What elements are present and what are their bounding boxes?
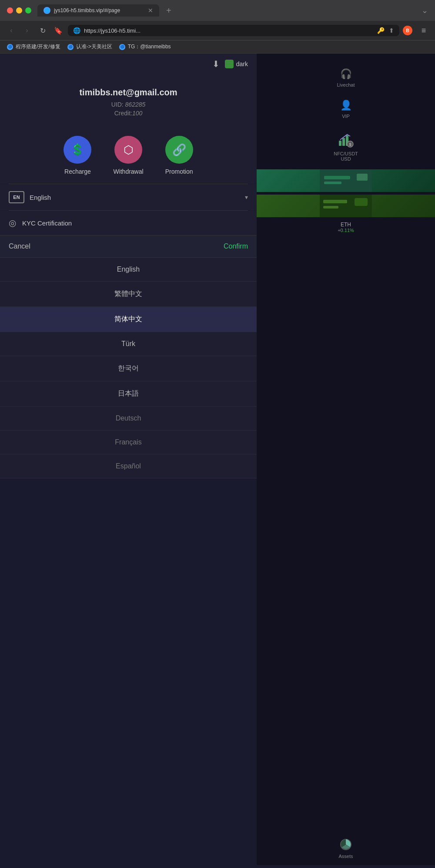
credit-label: Credit:: [114, 110, 132, 117]
browser-tab[interactable]: 🌐 jys106-h5.timibbs.vip/#/page ✕: [37, 4, 159, 17]
right-sidebar: 🎧 Livechat 👤 VIP $ NFC/USDT USD: [257, 54, 435, 865]
bookmark-favicon-2: 🔵: [67, 44, 74, 50]
globe-icon: 🌐: [73, 27, 80, 34]
address-icons: 🔑 ⬆: [377, 27, 394, 34]
promotion-label: Promotion: [165, 168, 193, 175]
sidebar-item-assets[interactable]: Assets: [257, 832, 435, 865]
recharge-action[interactable]: 💲 Recharge: [64, 136, 91, 175]
promotion-circle: 🔗: [165, 136, 193, 164]
svg-text:$: $: [349, 142, 351, 147]
tab-close-button[interactable]: ✕: [148, 7, 153, 14]
share-icon[interactable]: ⬆: [389, 27, 394, 34]
lang-option-french[interactable]: Français: [0, 431, 257, 454]
language-text: English: [30, 194, 240, 201]
browser-chrome: 🌐 jys106-h5.timibbs.vip/#/page ✕ + ⌄ ‹ ›…: [0, 0, 435, 54]
key-icon: 🔑: [377, 27, 385, 34]
kyc-text: KYC Certification: [22, 219, 72, 227]
kyc-icon: ◎: [9, 218, 16, 228]
sidebar-item-nfc[interactable]: $ NFC/USDT USD: [257, 125, 435, 168]
svg-rect-11: [323, 206, 338, 209]
nfc-icon-container: $: [337, 131, 355, 148]
assets-pie-icon: [339, 838, 352, 851]
lang-option-german[interactable]: Deutsch: [0, 407, 257, 431]
language-badge: EN: [9, 191, 24, 203]
eth-label: ETH: [338, 222, 354, 228]
livechat-label: Livechat: [337, 82, 355, 87]
svg-rect-0: [339, 141, 341, 146]
recharge-label: Recharge: [64, 168, 91, 175]
forward-button[interactable]: ›: [21, 24, 33, 37]
svg-rect-1: [342, 138, 345, 146]
minimize-button[interactable]: [16, 7, 22, 13]
bookmark-favicon-1: 🔵: [7, 44, 13, 50]
profile-uid: UID: 862285: [9, 101, 248, 108]
confirm-button[interactable]: Confirm: [224, 242, 248, 250]
lang-option-english[interactable]: English: [0, 258, 257, 282]
bookmark-label-1: 程序搭建/开发/修复: [16, 43, 60, 50]
profile-section: timibbs.net@gmail.com UID: 862285 Credit…: [0, 74, 257, 125]
cancel-button[interactable]: Cancel: [9, 242, 224, 250]
card-visual-2: [257, 195, 435, 217]
uid-value: 862285: [125, 101, 146, 108]
vip-label: VIP: [342, 114, 350, 119]
recharge-circle: 💲: [64, 136, 91, 164]
bookmark-item-3[interactable]: 🔵 TG：@tianmeibbs: [119, 43, 171, 50]
sidebar-item-livechat[interactable]: 🎧 Livechat: [257, 62, 435, 94]
card-visual-1: [257, 169, 435, 192]
profile-email: timibbs.net@gmail.com: [9, 87, 248, 98]
withdrawal-action[interactable]: ⬡ Withdrawal: [113, 136, 143, 175]
promotion-icon: 🔗: [172, 143, 186, 157]
bookmarks-bar: 🔵 程序搭建/开发/修复 🔵 认准->天美社区 🔵 TG：@tianmeibbs: [0, 40, 435, 54]
download-icon[interactable]: ⬇: [212, 59, 220, 69]
bookmark-item-1[interactable]: 🔵 程序搭建/开发/修复: [7, 43, 60, 50]
headphones-icon: 🎧: [340, 68, 352, 80]
browser-navbar: ‹ › ↻ 🔖 🌐 https://jys106-h5.timi... 🔑 ⬆ …: [0, 21, 435, 40]
lang-option-spanish[interactable]: Español: [0, 454, 257, 478]
new-tab-button[interactable]: +: [166, 6, 171, 16]
address-bar[interactable]: 🌐 https://jys106-h5.timi... 🔑 ⬆: [68, 25, 399, 36]
svg-rect-6: [324, 176, 350, 179]
recharge-icon: 💲: [70, 143, 84, 157]
kyc-row[interactable]: ◎ KYC Certification: [0, 211, 257, 235]
lang-option-korean[interactable]: 한국어: [0, 356, 257, 381]
credit-value: 100: [132, 110, 142, 117]
sidebar-item-vip[interactable]: 👤 VIP: [257, 94, 435, 125]
lang-option-turkish[interactable]: Türk: [0, 332, 257, 356]
bookmark-item-2[interactable]: 🔵 认准->天美社区: [67, 43, 112, 50]
menu-button[interactable]: ≡: [418, 24, 430, 37]
bookmark-label-3: TG：@tianmeibbs: [128, 43, 171, 50]
assets-label: Assets: [338, 854, 353, 859]
eth-row: ETH +0.11%: [333, 218, 358, 236]
tab-chevron-icon[interactable]: ⌄: [422, 6, 428, 15]
language-selector[interactable]: EN English ▾: [0, 184, 257, 210]
card-image-1: [257, 169, 435, 192]
lang-option-traditional-chinese[interactable]: 繁體中文: [0, 282, 257, 307]
chevron-down-icon: ▾: [245, 194, 248, 201]
nfc-label: NFC/USDT USD: [334, 151, 358, 161]
dark-mode-toggle[interactable]: dark: [225, 60, 248, 68]
bookmark-favicon-3: 🔵: [119, 44, 125, 50]
traffic-lights: [7, 7, 31, 13]
bookmark-button[interactable]: 🔖: [52, 24, 64, 37]
promotion-action[interactable]: 🔗 Promotion: [165, 136, 193, 175]
dark-label: dark: [236, 61, 248, 67]
svg-rect-8: [357, 174, 368, 181]
eth-change: +0.11%: [338, 228, 354, 233]
back-button[interactable]: ‹: [5, 24, 17, 37]
tab-title: jys106-h5.timibbs.vip/#/page: [54, 7, 144, 13]
svg-rect-10: [323, 200, 347, 203]
close-button[interactable]: [7, 7, 13, 13]
bookmark-label-2: 认准->天美社区: [76, 43, 112, 50]
lang-option-japanese[interactable]: 日本語: [0, 381, 257, 407]
brave-icon[interactable]: B: [403, 26, 412, 35]
refresh-button[interactable]: ↻: [37, 24, 49, 37]
app-topbar: ⬇ dark: [0, 54, 257, 74]
vip-icon: 👤: [340, 100, 352, 111]
withdrawal-icon: ⬡: [124, 143, 134, 157]
maximize-button[interactable]: [25, 7, 31, 13]
app-panel: ⬇ dark timibbs.net@gmail.com UID: 862285…: [0, 54, 257, 865]
language-dropdown: English 繁體中文 简体中文 Türk 한국어 日本語 Deutsch F…: [0, 258, 257, 478]
svg-rect-12: [355, 198, 368, 206]
chart-icon: $: [338, 132, 354, 148]
lang-option-simplified-chinese[interactable]: 简体中文: [0, 307, 257, 332]
